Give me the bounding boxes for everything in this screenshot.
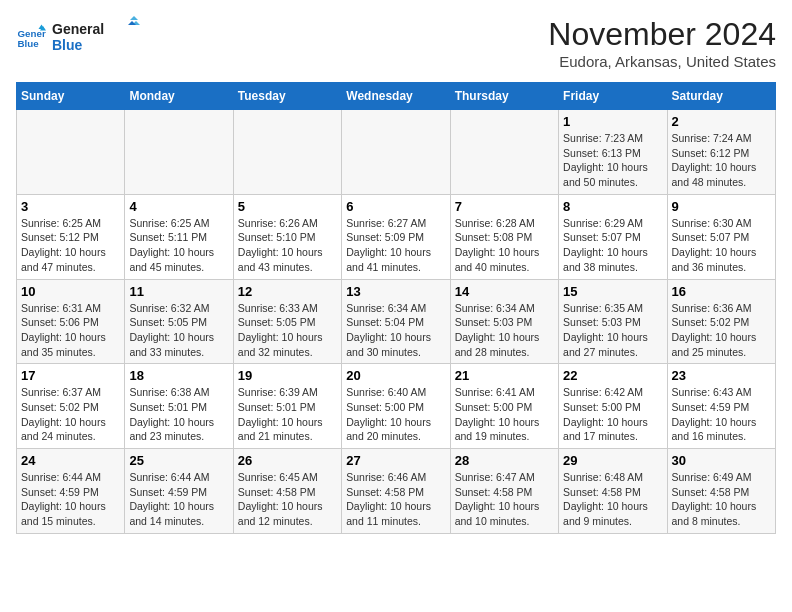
day-number: 7 xyxy=(455,199,554,214)
calendar-header-row: SundayMondayTuesdayWednesdayThursdayFrid… xyxy=(17,83,776,110)
logo-svg: General Blue xyxy=(52,16,142,56)
calendar-table: SundayMondayTuesdayWednesdayThursdayFrid… xyxy=(16,82,776,534)
day-detail: Sunrise: 6:28 AM Sunset: 5:08 PM Dayligh… xyxy=(455,216,554,275)
day-number: 16 xyxy=(672,284,771,299)
day-number: 5 xyxy=(238,199,337,214)
calendar-cell: 24Sunrise: 6:44 AM Sunset: 4:59 PM Dayli… xyxy=(17,449,125,534)
calendar-cell: 2Sunrise: 7:24 AM Sunset: 6:12 PM Daylig… xyxy=(667,110,775,195)
day-number: 6 xyxy=(346,199,445,214)
calendar-cell: 26Sunrise: 6:45 AM Sunset: 4:58 PM Dayli… xyxy=(233,449,341,534)
calendar-cell: 18Sunrise: 6:38 AM Sunset: 5:01 PM Dayli… xyxy=(125,364,233,449)
day-number: 4 xyxy=(129,199,228,214)
day-detail: Sunrise: 6:31 AM Sunset: 5:06 PM Dayligh… xyxy=(21,301,120,360)
calendar-cell: 4Sunrise: 6:25 AM Sunset: 5:11 PM Daylig… xyxy=(125,194,233,279)
day-detail: Sunrise: 6:44 AM Sunset: 4:59 PM Dayligh… xyxy=(129,470,228,529)
day-number: 24 xyxy=(21,453,120,468)
day-detail: Sunrise: 6:49 AM Sunset: 4:58 PM Dayligh… xyxy=(672,470,771,529)
day-detail: Sunrise: 6:30 AM Sunset: 5:07 PM Dayligh… xyxy=(672,216,771,275)
day-number: 18 xyxy=(129,368,228,383)
day-detail: Sunrise: 6:32 AM Sunset: 5:05 PM Dayligh… xyxy=(129,301,228,360)
day-detail: Sunrise: 6:34 AM Sunset: 5:03 PM Dayligh… xyxy=(455,301,554,360)
calendar-cell: 15Sunrise: 6:35 AM Sunset: 5:03 PM Dayli… xyxy=(559,279,667,364)
day-detail: Sunrise: 6:43 AM Sunset: 4:59 PM Dayligh… xyxy=(672,385,771,444)
day-number: 3 xyxy=(21,199,120,214)
svg-text:General: General xyxy=(52,21,104,37)
calendar-cell: 19Sunrise: 6:39 AM Sunset: 5:01 PM Dayli… xyxy=(233,364,341,449)
day-number: 15 xyxy=(563,284,662,299)
day-detail: Sunrise: 6:47 AM Sunset: 4:58 PM Dayligh… xyxy=(455,470,554,529)
calendar-cell: 20Sunrise: 6:40 AM Sunset: 5:00 PM Dayli… xyxy=(342,364,450,449)
day-number: 11 xyxy=(129,284,228,299)
calendar-week-row: 17Sunrise: 6:37 AM Sunset: 5:02 PM Dayli… xyxy=(17,364,776,449)
page-subtitle: Eudora, Arkansas, United States xyxy=(548,53,776,70)
day-number: 28 xyxy=(455,453,554,468)
svg-text:Blue: Blue xyxy=(52,37,83,53)
day-number: 27 xyxy=(346,453,445,468)
day-number: 13 xyxy=(346,284,445,299)
day-number: 22 xyxy=(563,368,662,383)
calendar-cell: 3Sunrise: 6:25 AM Sunset: 5:12 PM Daylig… xyxy=(17,194,125,279)
calendar-cell: 23Sunrise: 6:43 AM Sunset: 4:59 PM Dayli… xyxy=(667,364,775,449)
day-of-week-header: Friday xyxy=(559,83,667,110)
calendar-cell xyxy=(233,110,341,195)
day-detail: Sunrise: 6:35 AM Sunset: 5:03 PM Dayligh… xyxy=(563,301,662,360)
calendar-cell xyxy=(342,110,450,195)
day-detail: Sunrise: 6:48 AM Sunset: 4:58 PM Dayligh… xyxy=(563,470,662,529)
day-detail: Sunrise: 6:40 AM Sunset: 5:00 PM Dayligh… xyxy=(346,385,445,444)
day-detail: Sunrise: 6:26 AM Sunset: 5:10 PM Dayligh… xyxy=(238,216,337,275)
calendar-cell xyxy=(450,110,558,195)
day-number: 21 xyxy=(455,368,554,383)
calendar-week-row: 10Sunrise: 6:31 AM Sunset: 5:06 PM Dayli… xyxy=(17,279,776,364)
day-detail: Sunrise: 7:24 AM Sunset: 6:12 PM Dayligh… xyxy=(672,131,771,190)
day-detail: Sunrise: 6:44 AM Sunset: 4:59 PM Dayligh… xyxy=(21,470,120,529)
day-number: 14 xyxy=(455,284,554,299)
calendar-cell xyxy=(17,110,125,195)
calendar-cell: 10Sunrise: 6:31 AM Sunset: 5:06 PM Dayli… xyxy=(17,279,125,364)
calendar-cell: 5Sunrise: 6:26 AM Sunset: 5:10 PM Daylig… xyxy=(233,194,341,279)
calendar-cell: 30Sunrise: 6:49 AM Sunset: 4:58 PM Dayli… xyxy=(667,449,775,534)
day-number: 25 xyxy=(129,453,228,468)
day-of-week-header: Tuesday xyxy=(233,83,341,110)
calendar-cell: 14Sunrise: 6:34 AM Sunset: 5:03 PM Dayli… xyxy=(450,279,558,364)
day-number: 29 xyxy=(563,453,662,468)
day-number: 1 xyxy=(563,114,662,129)
day-number: 9 xyxy=(672,199,771,214)
calendar-week-row: 3Sunrise: 6:25 AM Sunset: 5:12 PM Daylig… xyxy=(17,194,776,279)
calendar-cell: 8Sunrise: 6:29 AM Sunset: 5:07 PM Daylig… xyxy=(559,194,667,279)
day-number: 8 xyxy=(563,199,662,214)
calendar-cell: 17Sunrise: 6:37 AM Sunset: 5:02 PM Dayli… xyxy=(17,364,125,449)
day-detail: Sunrise: 6:33 AM Sunset: 5:05 PM Dayligh… xyxy=(238,301,337,360)
page-header: General Blue General Blue November 2024 … xyxy=(16,16,776,70)
day-of-week-header: Monday xyxy=(125,83,233,110)
day-detail: Sunrise: 6:29 AM Sunset: 5:07 PM Dayligh… xyxy=(563,216,662,275)
calendar-cell: 1Sunrise: 7:23 AM Sunset: 6:13 PM Daylig… xyxy=(559,110,667,195)
day-number: 17 xyxy=(21,368,120,383)
day-detail: Sunrise: 6:38 AM Sunset: 5:01 PM Dayligh… xyxy=(129,385,228,444)
calendar-cell: 6Sunrise: 6:27 AM Sunset: 5:09 PM Daylig… xyxy=(342,194,450,279)
calendar-cell: 16Sunrise: 6:36 AM Sunset: 5:02 PM Dayli… xyxy=(667,279,775,364)
day-detail: Sunrise: 6:34 AM Sunset: 5:04 PM Dayligh… xyxy=(346,301,445,360)
calendar-week-row: 24Sunrise: 6:44 AM Sunset: 4:59 PM Dayli… xyxy=(17,449,776,534)
calendar-cell: 27Sunrise: 6:46 AM Sunset: 4:58 PM Dayli… xyxy=(342,449,450,534)
calendar-cell: 13Sunrise: 6:34 AM Sunset: 5:04 PM Dayli… xyxy=(342,279,450,364)
day-number: 10 xyxy=(21,284,120,299)
day-number: 20 xyxy=(346,368,445,383)
calendar-cell: 11Sunrise: 6:32 AM Sunset: 5:05 PM Dayli… xyxy=(125,279,233,364)
calendar-cell: 25Sunrise: 6:44 AM Sunset: 4:59 PM Dayli… xyxy=(125,449,233,534)
day-number: 19 xyxy=(238,368,337,383)
calendar-cell: 9Sunrise: 6:30 AM Sunset: 5:07 PM Daylig… xyxy=(667,194,775,279)
calendar-cell: 28Sunrise: 6:47 AM Sunset: 4:58 PM Dayli… xyxy=(450,449,558,534)
day-detail: Sunrise: 6:41 AM Sunset: 5:00 PM Dayligh… xyxy=(455,385,554,444)
day-detail: Sunrise: 6:25 AM Sunset: 5:12 PM Dayligh… xyxy=(21,216,120,275)
calendar-cell: 21Sunrise: 6:41 AM Sunset: 5:00 PM Dayli… xyxy=(450,364,558,449)
svg-text:Blue: Blue xyxy=(18,38,40,49)
calendar-cell xyxy=(125,110,233,195)
logo-icon: General Blue xyxy=(16,23,46,53)
logo: General Blue General Blue xyxy=(16,16,142,60)
day-number: 23 xyxy=(672,368,771,383)
day-detail: Sunrise: 6:37 AM Sunset: 5:02 PM Dayligh… xyxy=(21,385,120,444)
day-detail: Sunrise: 7:23 AM Sunset: 6:13 PM Dayligh… xyxy=(563,131,662,190)
day-detail: Sunrise: 6:45 AM Sunset: 4:58 PM Dayligh… xyxy=(238,470,337,529)
day-detail: Sunrise: 6:46 AM Sunset: 4:58 PM Dayligh… xyxy=(346,470,445,529)
day-number: 12 xyxy=(238,284,337,299)
